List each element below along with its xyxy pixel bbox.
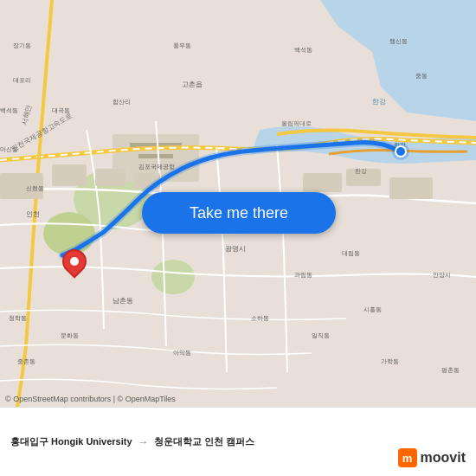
moovit-text: moovit	[421, 450, 466, 466]
svg-text:광명시: 광명시	[225, 245, 246, 253]
svg-text:풍무동: 풍무동	[173, 42, 191, 49]
svg-text:가학동: 가학동	[381, 358, 399, 365]
svg-rect-11	[303, 173, 342, 192]
svg-text:일직동: 일직동	[312, 332, 330, 339]
svg-rect-10	[134, 173, 160, 189]
map-container: 인천국제공항고속도로 올림픽대로 한강 김포국제공항 서해안 한강 고촌읍 백석…	[0, 0, 476, 407]
svg-text:아악동: 아악동	[173, 350, 191, 357]
svg-text:대곡동: 대곡동	[52, 107, 70, 114]
route-to: 청운대학교 인천 캠퍼스	[154, 435, 254, 448]
svg-text:평촌동: 평촌동	[441, 367, 460, 373]
svg-text:중동: 중동	[415, 73, 428, 79]
svg-rect-9	[95, 169, 125, 186]
svg-text:마신동: 마신동	[0, 146, 18, 152]
svg-text:김포국제공항: 김포국제공항	[138, 164, 175, 170]
take-me-there-button[interactable]: Take me there	[142, 192, 336, 234]
svg-text:행신동: 행신동	[389, 38, 408, 44]
route-arrow: →	[138, 435, 149, 448]
svg-text:소하동: 소하동	[251, 315, 269, 321]
svg-text:대림동: 대림동	[342, 250, 360, 257]
route-info: 홍대입구 Hongik University → 청운대학교 인천 캠퍼스	[10, 435, 466, 448]
svg-text:올림픽대로: 올림픽대로	[281, 120, 312, 127]
svg-text:안양시: 안양시	[433, 272, 451, 278]
svg-text:인천: 인천	[26, 210, 40, 218]
svg-text:한강: 한강	[355, 168, 367, 174]
bottom-bar: 홍대입구 Hongik University → 청운대학교 인천 캠퍼스 m …	[0, 407, 476, 476]
origin-marker	[395, 145, 408, 159]
svg-text:대포리: 대포리	[13, 77, 31, 83]
destination-marker	[62, 249, 87, 280]
moovit-logo: m moovit	[398, 448, 466, 467]
route-from: 홍대입구 Hongik University	[10, 435, 132, 448]
map-attribution: © OpenStreetMap contributors | © OpenMap…	[5, 395, 176, 403]
svg-text:중존동: 중존동	[17, 358, 35, 364]
svg-rect-8	[52, 164, 87, 186]
svg-text:문화동: 문화동	[61, 332, 79, 338]
svg-rect-6	[138, 154, 173, 158]
svg-text:장기동: 장기동	[13, 42, 31, 48]
svg-text:한강: 한강	[372, 98, 386, 106]
svg-text:신현동: 신현동	[26, 185, 44, 191]
svg-text:과림동: 과림동	[294, 272, 312, 279]
svg-text:함산리: 함산리	[113, 99, 131, 106]
svg-text:시흥동: 시흥동	[363, 306, 382, 313]
svg-text:백석동: 백석동	[294, 47, 312, 54]
svg-rect-13	[389, 177, 433, 199]
svg-text:청학동: 청학동	[9, 315, 27, 322]
svg-text:고촌읍: 고촌읍	[182, 80, 203, 88]
svg-point-3	[151, 260, 195, 294]
moovit-icon: m	[398, 448, 417, 467]
svg-text:백석동: 백석동	[0, 107, 18, 114]
svg-text:남촌동: 남촌동	[113, 297, 133, 305]
